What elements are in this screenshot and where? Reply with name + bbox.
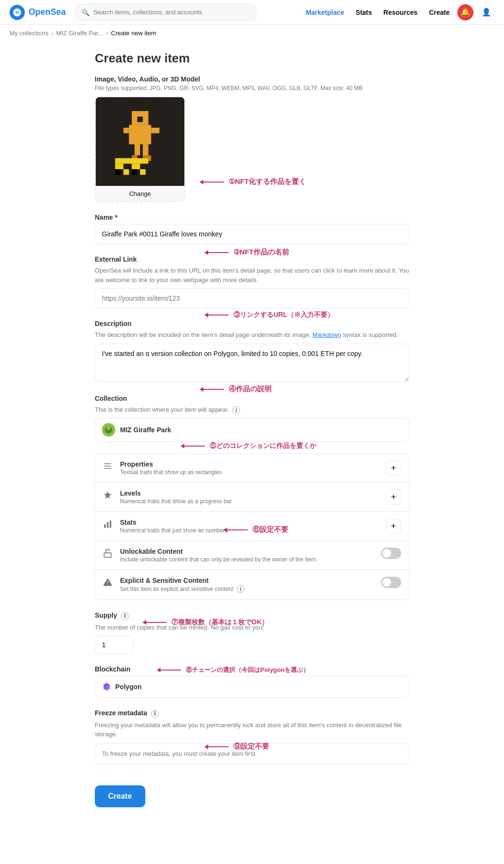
- trait-explicit: Explicit & Sensitive Content Set this it…: [95, 570, 409, 600]
- svg-rect-24: [104, 524, 106, 528]
- image-upload-area[interactable]: Change: [95, 96, 185, 202]
- change-image-button[interactable]: Change: [96, 186, 184, 201]
- trait-unlockable-desc: Include unlockable content that can only…: [120, 556, 381, 563]
- stats-add-button[interactable]: +: [386, 518, 401, 534]
- svg-point-19: [107, 426, 111, 430]
- blockchain-label: Blockchain: [95, 665, 409, 673]
- collection-selector[interactable]: MIZ Giraffe Park: [95, 418, 409, 442]
- logo[interactable]: OpenSea: [10, 5, 66, 20]
- notification-icon[interactable]: 🔔: [457, 4, 474, 20]
- freeze-description: Freezing your metadata will allow you to…: [95, 721, 409, 739]
- properties-add-button[interactable]: +: [386, 460, 401, 476]
- collection-info-icon[interactable]: ℹ: [232, 406, 240, 414]
- nav-create[interactable]: Create: [429, 9, 450, 16]
- svg-rect-15: [132, 169, 138, 175]
- svg-rect-8: [151, 128, 159, 133]
- trait-stats-desc: Numerical traits that just show as numbe…: [120, 527, 386, 534]
- trait-levels: Levels Numerical traits that show as a p…: [95, 483, 409, 512]
- create-button[interactable]: Create: [95, 785, 145, 807]
- trait-stats-name: Stats: [120, 518, 386, 526]
- breadcrumb-sep-2: ›: [106, 30, 108, 37]
- trait-properties-name: Properties: [120, 460, 386, 468]
- collection-name: MIZ Giraffe Park: [120, 426, 171, 434]
- collection-description: This is the collection where your item w…: [95, 405, 409, 415]
- svg-rect-9: [123, 128, 129, 133]
- trait-unlockable-action: [381, 548, 401, 559]
- svg-rect-2: [129, 125, 151, 144]
- name-section: Name *: [95, 213, 409, 244]
- svg-marker-23: [104, 491, 112, 499]
- breadcrumb: My collections › MIZ Giraffe Par... › Cr…: [0, 25, 504, 41]
- lock-icon: [103, 549, 112, 558]
- search-input[interactable]: [93, 9, 250, 16]
- explicit-toggle[interactable]: [381, 577, 401, 588]
- svg-rect-16: [140, 169, 146, 175]
- trait-explicit-desc: Set this item as explicit and sensitive …: [120, 585, 381, 593]
- svg-rect-27: [104, 553, 111, 557]
- description-section: Description The description will be incl…: [95, 320, 409, 383]
- nav-links: Marketplace Stats Resources Create: [306, 9, 450, 16]
- trait-unlockable-name: Unlockable Content: [120, 548, 381, 555]
- stats-icon: [103, 519, 114, 531]
- properties-icon: [103, 461, 114, 473]
- external-link-input[interactable]: [95, 288, 409, 308]
- breadcrumb-sep-1: ›: [51, 30, 53, 37]
- search-icon: 🔍: [81, 9, 90, 16]
- name-input[interactable]: [95, 224, 409, 244]
- supply-label: Supply ℹ: [95, 611, 409, 620]
- collection-label: Collection: [95, 395, 409, 402]
- svg-rect-14: [123, 169, 129, 175]
- external-link-description: OpenSea will include a link to this URL …: [95, 266, 409, 285]
- nav-marketplace[interactable]: Marketplace: [306, 9, 344, 16]
- warning-icon: [103, 578, 112, 587]
- breadcrumb-my-collections[interactable]: My collections: [10, 30, 49, 37]
- trait-properties: Properties Textual traits that show up a…: [95, 454, 409, 483]
- supply-description: The number of copies that can be minted.…: [95, 623, 409, 632]
- svg-rect-13: [115, 169, 121, 175]
- polygon-icon: [102, 682, 111, 691]
- breadcrumb-current: Create new item: [111, 30, 156, 37]
- trait-levels-action: +: [386, 489, 401, 505]
- collection-section: Collection This is the collection where …: [95, 395, 409, 442]
- nav-stats[interactable]: Stats: [356, 9, 372, 16]
- main-content: Create new item Image, Video, Audio, or …: [85, 41, 419, 836]
- trait-stats-info: Stats Numerical traits that just show as…: [120, 518, 386, 534]
- breadcrumb-collection[interactable]: MIZ Giraffe Par...: [56, 30, 103, 37]
- image-preview: [96, 97, 184, 186]
- create-btn-wrapper: Create: [95, 776, 409, 807]
- blockchain-name: Polygon: [115, 683, 141, 691]
- blockchain-selector[interactable]: Polygon: [95, 676, 409, 698]
- collection-avatar-icon: [102, 423, 115, 437]
- trait-levels-desc: Numerical traits that show as a progress…: [120, 498, 386, 505]
- wallet-icon[interactable]: 👤: [478, 4, 494, 20]
- levels-add-button[interactable]: +: [386, 489, 401, 505]
- explicit-icon: [103, 578, 114, 589]
- supply-info-icon[interactable]: ℹ: [121, 612, 129, 620]
- pixel-art-image: [96, 97, 184, 186]
- opensea-icon: [12, 8, 22, 17]
- description-textarea[interactable]: I've started an α version collection on …: [95, 344, 409, 382]
- trait-levels-name: Levels: [120, 489, 386, 497]
- trait-explicit-name: Explicit & Sensitive Content: [120, 577, 381, 584]
- list-icon: [103, 461, 112, 471]
- supply-input[interactable]: [95, 636, 133, 654]
- explicit-info-icon[interactable]: ℹ: [237, 585, 244, 593]
- trait-stats-action: +: [386, 518, 401, 534]
- svg-marker-30: [103, 683, 110, 691]
- trait-unlockable: Unlockable Content Include unlockable co…: [95, 541, 409, 570]
- image-label: Image, Video, Audio, or 3D Model: [95, 75, 409, 83]
- freeze-placeholder: To freeze your metadata, you must create…: [102, 750, 257, 757]
- freeze-section: Freeze metadata ℹ Freezing your metadata…: [95, 709, 409, 764]
- unlockable-toggle[interactable]: [381, 548, 401, 559]
- markdown-link[interactable]: Markdown: [312, 331, 341, 338]
- trait-properties-desc: Textual traits that show up as rectangle…: [120, 469, 386, 476]
- freeze-info-icon[interactable]: ℹ: [151, 710, 159, 718]
- unlockable-icon: [103, 549, 114, 560]
- nav-resources[interactable]: Resources: [383, 9, 418, 16]
- page-wrapper: Create new item Image, Video, Audio, or …: [0, 41, 504, 836]
- trait-unlockable-info: Unlockable Content Include unlockable co…: [120, 548, 381, 563]
- external-link-section: External Link OpenSea will include a lin…: [95, 255, 409, 308]
- nav-icons: 🔔 👤: [457, 4, 494, 20]
- search-bar[interactable]: 🔍: [75, 4, 256, 21]
- levels-icon: [103, 490, 114, 502]
